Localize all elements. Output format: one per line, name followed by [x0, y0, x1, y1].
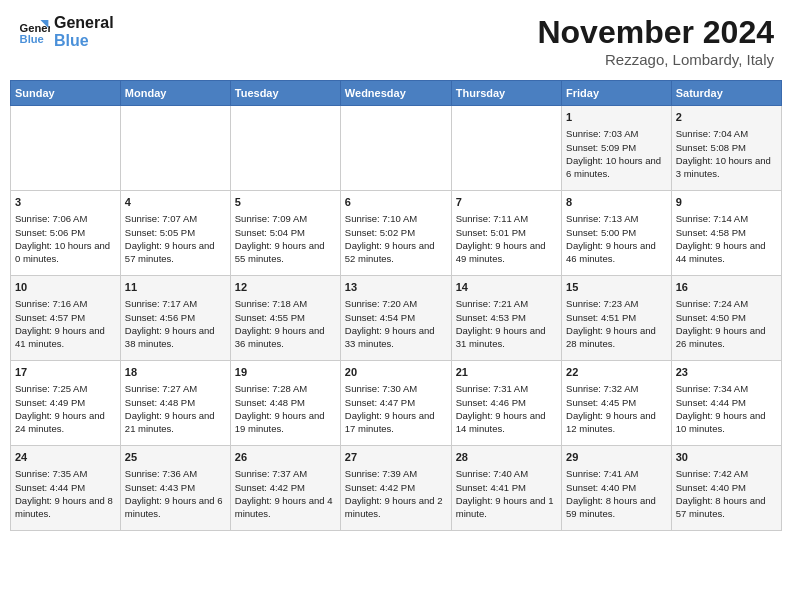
day-number: 25: [125, 450, 226, 465]
calendar-cell: 4Sunrise: 7:07 AM Sunset: 5:05 PM Daylig…: [120, 191, 230, 276]
calendar-cell: 10Sunrise: 7:16 AM Sunset: 4:57 PM Dayli…: [11, 276, 121, 361]
day-info: Sunrise: 7:10 AM Sunset: 5:02 PM Dayligh…: [345, 212, 447, 265]
calendar-cell: 18Sunrise: 7:27 AM Sunset: 4:48 PM Dayli…: [120, 361, 230, 446]
day-number: 10: [15, 280, 116, 295]
day-number: 19: [235, 365, 336, 380]
logo-icon: General Blue: [18, 16, 50, 48]
calendar-header: Sunday Monday Tuesday Wednesday Thursday…: [11, 81, 782, 106]
day-number: 11: [125, 280, 226, 295]
day-number: 3: [15, 195, 116, 210]
day-info: Sunrise: 7:42 AM Sunset: 4:40 PM Dayligh…: [676, 467, 777, 520]
calendar-table: Sunday Monday Tuesday Wednesday Thursday…: [10, 80, 782, 531]
day-info: Sunrise: 7:39 AM Sunset: 4:42 PM Dayligh…: [345, 467, 447, 520]
day-number: 28: [456, 450, 557, 465]
calendar-cell: 23Sunrise: 7:34 AM Sunset: 4:44 PM Dayli…: [671, 361, 781, 446]
day-info: Sunrise: 7:30 AM Sunset: 4:47 PM Dayligh…: [345, 382, 447, 435]
header-row: Sunday Monday Tuesday Wednesday Thursday…: [11, 81, 782, 106]
day-info: Sunrise: 7:16 AM Sunset: 4:57 PM Dayligh…: [15, 297, 116, 350]
calendar-cell: 29Sunrise: 7:41 AM Sunset: 4:40 PM Dayli…: [562, 446, 672, 531]
day-info: Sunrise: 7:32 AM Sunset: 4:45 PM Dayligh…: [566, 382, 667, 435]
calendar-cell: 19Sunrise: 7:28 AM Sunset: 4:48 PM Dayli…: [230, 361, 340, 446]
calendar-cell: 17Sunrise: 7:25 AM Sunset: 4:49 PM Dayli…: [11, 361, 121, 446]
day-number: 9: [676, 195, 777, 210]
logo-text-general: General: [54, 14, 114, 31]
col-monday: Monday: [120, 81, 230, 106]
day-info: Sunrise: 7:21 AM Sunset: 4:53 PM Dayligh…: [456, 297, 557, 350]
day-info: Sunrise: 7:03 AM Sunset: 5:09 PM Dayligh…: [566, 127, 667, 180]
calendar-cell: 21Sunrise: 7:31 AM Sunset: 4:46 PM Dayli…: [451, 361, 561, 446]
day-number: 27: [345, 450, 447, 465]
day-info: Sunrise: 7:24 AM Sunset: 4:50 PM Dayligh…: [676, 297, 777, 350]
calendar-cell: 9Sunrise: 7:14 AM Sunset: 4:58 PM Daylig…: [671, 191, 781, 276]
day-info: Sunrise: 7:13 AM Sunset: 5:00 PM Dayligh…: [566, 212, 667, 265]
day-number: 5: [235, 195, 336, 210]
day-number: 21: [456, 365, 557, 380]
day-number: 17: [15, 365, 116, 380]
day-info: Sunrise: 7:31 AM Sunset: 4:46 PM Dayligh…: [456, 382, 557, 435]
day-info: Sunrise: 7:07 AM Sunset: 5:05 PM Dayligh…: [125, 212, 226, 265]
day-info: Sunrise: 7:36 AM Sunset: 4:43 PM Dayligh…: [125, 467, 226, 520]
col-thursday: Thursday: [451, 81, 561, 106]
day-number: 8: [566, 195, 667, 210]
day-number: 4: [125, 195, 226, 210]
col-wednesday: Wednesday: [340, 81, 451, 106]
day-info: Sunrise: 7:40 AM Sunset: 4:41 PM Dayligh…: [456, 467, 557, 520]
day-number: 16: [676, 280, 777, 295]
calendar-cell: 22Sunrise: 7:32 AM Sunset: 4:45 PM Dayli…: [562, 361, 672, 446]
day-number: 20: [345, 365, 447, 380]
calendar-cell: 7Sunrise: 7:11 AM Sunset: 5:01 PM Daylig…: [451, 191, 561, 276]
day-number: 13: [345, 280, 447, 295]
day-number: 22: [566, 365, 667, 380]
day-number: 7: [456, 195, 557, 210]
calendar-cell: 11Sunrise: 7:17 AM Sunset: 4:56 PM Dayli…: [120, 276, 230, 361]
col-saturday: Saturday: [671, 81, 781, 106]
page-header: General Blue General Blue November 2024 …: [10, 10, 782, 72]
day-info: Sunrise: 7:23 AM Sunset: 4:51 PM Dayligh…: [566, 297, 667, 350]
calendar-cell: 30Sunrise: 7:42 AM Sunset: 4:40 PM Dayli…: [671, 446, 781, 531]
calendar-week-row: 1Sunrise: 7:03 AM Sunset: 5:09 PM Daylig…: [11, 106, 782, 191]
calendar-week-row: 17Sunrise: 7:25 AM Sunset: 4:49 PM Dayli…: [11, 361, 782, 446]
calendar-body: 1Sunrise: 7:03 AM Sunset: 5:09 PM Daylig…: [11, 106, 782, 531]
day-info: Sunrise: 7:20 AM Sunset: 4:54 PM Dayligh…: [345, 297, 447, 350]
calendar-cell: 16Sunrise: 7:24 AM Sunset: 4:50 PM Dayli…: [671, 276, 781, 361]
day-info: Sunrise: 7:37 AM Sunset: 4:42 PM Dayligh…: [235, 467, 336, 520]
day-info: Sunrise: 7:35 AM Sunset: 4:44 PM Dayligh…: [15, 467, 116, 520]
calendar-cell: 5Sunrise: 7:09 AM Sunset: 5:04 PM Daylig…: [230, 191, 340, 276]
calendar-cell: 8Sunrise: 7:13 AM Sunset: 5:00 PM Daylig…: [562, 191, 672, 276]
calendar-cell: 20Sunrise: 7:30 AM Sunset: 4:47 PM Dayli…: [340, 361, 451, 446]
calendar-cell: [340, 106, 451, 191]
svg-text:Blue: Blue: [20, 33, 44, 45]
day-info: Sunrise: 7:41 AM Sunset: 4:40 PM Dayligh…: [566, 467, 667, 520]
logo: General Blue General Blue: [18, 14, 114, 49]
title-block: November 2024 Rezzago, Lombardy, Italy: [537, 14, 774, 68]
day-number: 18: [125, 365, 226, 380]
calendar-cell: 13Sunrise: 7:20 AM Sunset: 4:54 PM Dayli…: [340, 276, 451, 361]
calendar-week-row: 24Sunrise: 7:35 AM Sunset: 4:44 PM Dayli…: [11, 446, 782, 531]
col-friday: Friday: [562, 81, 672, 106]
calendar-cell: [11, 106, 121, 191]
day-info: Sunrise: 7:04 AM Sunset: 5:08 PM Dayligh…: [676, 127, 777, 180]
calendar-cell: 24Sunrise: 7:35 AM Sunset: 4:44 PM Dayli…: [11, 446, 121, 531]
calendar-cell: [451, 106, 561, 191]
day-info: Sunrise: 7:14 AM Sunset: 4:58 PM Dayligh…: [676, 212, 777, 265]
calendar-cell: 28Sunrise: 7:40 AM Sunset: 4:41 PM Dayli…: [451, 446, 561, 531]
calendar-cell: 15Sunrise: 7:23 AM Sunset: 4:51 PM Dayli…: [562, 276, 672, 361]
day-info: Sunrise: 7:06 AM Sunset: 5:06 PM Dayligh…: [15, 212, 116, 265]
calendar-cell: 3Sunrise: 7:06 AM Sunset: 5:06 PM Daylig…: [11, 191, 121, 276]
calendar-cell: 26Sunrise: 7:37 AM Sunset: 4:42 PM Dayli…: [230, 446, 340, 531]
calendar-cell: 1Sunrise: 7:03 AM Sunset: 5:09 PM Daylig…: [562, 106, 672, 191]
day-info: Sunrise: 7:18 AM Sunset: 4:55 PM Dayligh…: [235, 297, 336, 350]
calendar-cell: [120, 106, 230, 191]
day-number: 12: [235, 280, 336, 295]
calendar-cell: 14Sunrise: 7:21 AM Sunset: 4:53 PM Dayli…: [451, 276, 561, 361]
day-number: 2: [676, 110, 777, 125]
day-info: Sunrise: 7:11 AM Sunset: 5:01 PM Dayligh…: [456, 212, 557, 265]
calendar-week-row: 3Sunrise: 7:06 AM Sunset: 5:06 PM Daylig…: [11, 191, 782, 276]
day-info: Sunrise: 7:25 AM Sunset: 4:49 PM Dayligh…: [15, 382, 116, 435]
month-title: November 2024: [537, 14, 774, 51]
calendar-cell: [230, 106, 340, 191]
location: Rezzago, Lombardy, Italy: [537, 51, 774, 68]
calendar-cell: 27Sunrise: 7:39 AM Sunset: 4:42 PM Dayli…: [340, 446, 451, 531]
calendar-cell: 25Sunrise: 7:36 AM Sunset: 4:43 PM Dayli…: [120, 446, 230, 531]
day-number: 29: [566, 450, 667, 465]
